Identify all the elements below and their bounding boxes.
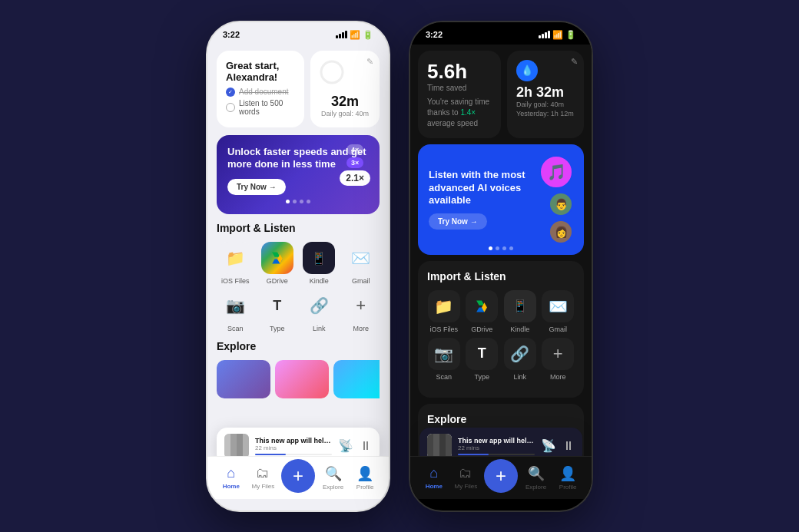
- pause-icon[interactable]: ⏸: [360, 439, 372, 453]
- pause-icon-dark[interactable]: ⏸: [562, 439, 575, 453]
- import-type[interactable]: T Type: [259, 289, 297, 332]
- import-section-dark: Import & Listen 📁 iOS Files GDrive: [418, 261, 584, 398]
- task2-label: Listen to 500 words: [239, 99, 295, 116]
- import-title-light: Import & Listen: [217, 222, 380, 234]
- tab-explore-dark[interactable]: 🔍 Explore: [522, 465, 550, 491]
- time-light: 3:22: [223, 30, 240, 39]
- kindle-icon-dark: 📱: [504, 290, 536, 322]
- try-now-button-light[interactable]: Try Now →: [227, 179, 286, 195]
- mini-info-light: This new app will help save yo... 22 min…: [255, 437, 332, 455]
- saving-accent: 1.4×: [460, 108, 476, 117]
- tab-explore-light[interactable]: 🔍 Explore: [320, 465, 347, 491]
- import-ios-files[interactable]: 📁 iOS Files: [217, 242, 254, 285]
- battery-icon-dark: 🔋: [565, 30, 576, 40]
- explore-card-1: [217, 360, 270, 398]
- import-link[interactable]: 🔗 Link: [300, 289, 338, 332]
- bottom-bar-dark: ⌂ Home 🗂 My Files + 🔍 Explore 👤 Profile: [410, 456, 592, 499]
- dot-d3: [502, 246, 506, 250]
- dot2: [293, 200, 297, 203]
- import-scan[interactable]: 📷 Scan: [217, 289, 254, 332]
- mini-progress-dark: [458, 454, 535, 455]
- signal-icon: [336, 31, 347, 38]
- tab-myfiles-light[interactable]: 🗂 My Files: [249, 465, 277, 490]
- import-more[interactable]: + More: [343, 289, 380, 332]
- edit-icon-dark[interactable]: ✎: [571, 57, 578, 67]
- stat-label: Daily goal: 40m: [318, 110, 372, 117]
- tab-home-light[interactable]: ⌂ Home: [217, 465, 245, 490]
- explore-icon-dark: 🔍: [528, 465, 545, 482]
- import-link-dark[interactable]: 🔗 Link: [503, 338, 537, 381]
- time-saved-card: 5.6h Time saved You're saving time thank…: [418, 51, 501, 138]
- dark-phone: 3:22 📶 🔋 5.6h Time saved: [409, 21, 593, 512]
- task1: ✓ Add document: [226, 88, 295, 97]
- gmail-icon: ✉️: [345, 242, 377, 274]
- type-icon: T: [261, 289, 293, 322]
- mini-controls-dark: 📡 ⏸: [541, 438, 575, 453]
- goal-sub: Yesterday: 1h 12m: [516, 110, 575, 117]
- files-icon-dark: 🗂: [459, 465, 472, 481]
- type-label-dark: Type: [474, 373, 489, 381]
- mini-time-dark: 22 mins: [458, 444, 535, 451]
- explore-card-2: [275, 360, 329, 398]
- promo-title-dark: Listen with the most advanced AI voices …: [429, 169, 539, 208]
- tab-profile-light[interactable]: 👤 Profile: [351, 465, 379, 491]
- promo-badges: 4× 3× 2.1×: [340, 144, 370, 186]
- avatar-person1: 👨: [549, 192, 573, 216]
- gdrive-label: GDrive: [267, 277, 288, 285]
- import-gmail-dark[interactable]: ✉️ Gmail: [542, 290, 575, 333]
- files-icon-light: 🗂: [256, 465, 270, 481]
- home-icon-dark: ⌂: [429, 465, 438, 481]
- add-button-dark[interactable]: +: [484, 459, 518, 493]
- stat-value: 32m: [318, 94, 372, 110]
- kindle-label: Kindle: [310, 277, 329, 285]
- dot3: [300, 200, 303, 203]
- edit-icon[interactable]: ✎: [366, 57, 373, 67]
- import-more-dark[interactable]: + More: [542, 338, 575, 381]
- promo-text-dark: Listen with the most advanced AI voices …: [429, 169, 539, 230]
- import-gdrive[interactable]: GDrive: [259, 242, 297, 285]
- saving-suffix: average speed: [427, 119, 478, 127]
- import-kindle-dark[interactable]: 📱 Kindle: [503, 290, 537, 333]
- battery-icon: 🔋: [363, 30, 373, 40]
- import-gdrive-dark[interactable]: GDrive: [466, 290, 499, 333]
- import-type-dark[interactable]: T Type: [466, 338, 499, 381]
- tab-home-dark[interactable]: ⌂ Home: [420, 465, 448, 490]
- signal-icon-dark: [539, 31, 550, 38]
- gmail-label: Gmail: [352, 277, 370, 285]
- explore-section-light: Explore: [217, 340, 380, 398]
- import-gmail[interactable]: ✉️ Gmail: [343, 242, 380, 285]
- dot-d4: [509, 246, 513, 250]
- promo-avatars: 🎵 👨 👩: [539, 155, 573, 244]
- dot1: [286, 200, 290, 203]
- try-now-button-dark[interactable]: Try Now →: [429, 213, 487, 230]
- import-grid-dark: 📁 iOS Files GDrive 📱 Kindle: [427, 290, 575, 381]
- status-icons-dark: 📶 🔋: [539, 30, 576, 40]
- import-ios-files-dark[interactable]: 📁 iOS Files: [427, 290, 461, 333]
- home-label-light: Home: [223, 483, 240, 490]
- import-scan-dark[interactable]: 📷 Scan: [427, 338, 461, 381]
- explore-icon-light: 🔍: [325, 465, 342, 482]
- avatar-person2: 👩: [549, 220, 573, 244]
- airplay-icon[interactable]: 📡: [338, 438, 353, 453]
- dot4: [307, 200, 310, 203]
- link-icon: 🔗: [303, 289, 335, 322]
- tab-myfiles-dark[interactable]: 🗂 My Files: [452, 465, 479, 490]
- airplay-icon-dark[interactable]: 📡: [541, 438, 556, 453]
- profile-icon-dark: 👤: [559, 465, 576, 482]
- scan-label: Scan: [227, 325, 244, 332]
- tab-profile-dark[interactable]: 👤 Profile: [554, 465, 582, 491]
- add-button-light[interactable]: +: [281, 459, 315, 493]
- import-title-dark: Import & Listen: [427, 270, 575, 283]
- top-cards-dark: 5.6h Time saved You're saving time thank…: [418, 51, 584, 138]
- dot-d1: [489, 246, 492, 250]
- home-icon-light: ⌂: [227, 465, 235, 481]
- ios-files-icon-dark: 📁: [428, 290, 460, 322]
- import-kindle[interactable]: 📱 Kindle: [300, 242, 338, 285]
- light-phone: 3:22 📶 🔋 Great start, Alexandra! ✓: [206, 21, 390, 512]
- import-grid-light: 📁 iOS Files GDrive 📱 Kindle: [217, 242, 380, 332]
- mini-info-dark: This new app will help save yo... 22 min…: [458, 437, 535, 455]
- link-label: Link: [313, 325, 326, 332]
- promo-banner-dark: Listen with the most advanced AI voices …: [418, 144, 584, 255]
- scan-icon-dark: 📷: [428, 338, 460, 370]
- more-icon-dark: +: [542, 338, 574, 370]
